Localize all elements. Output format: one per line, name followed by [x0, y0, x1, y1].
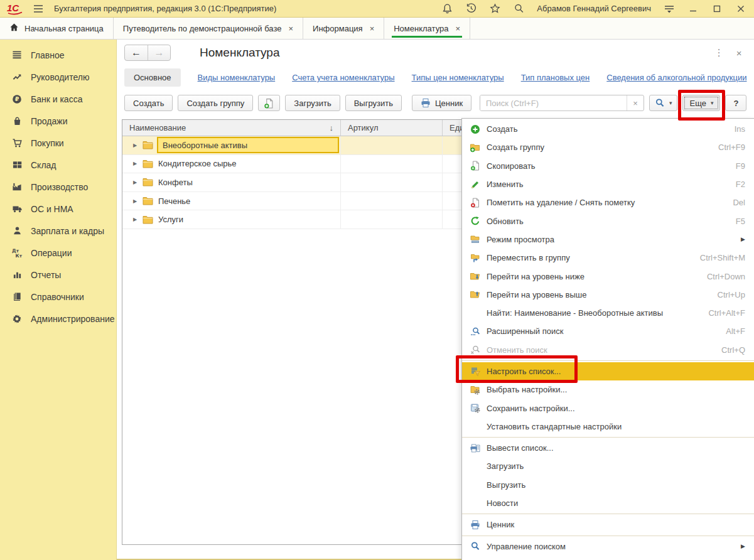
more-button[interactable]: Еще ▾: [682, 95, 720, 111]
menu-item-copy[interactable]: СкопироватьF9: [462, 157, 754, 175]
column-header-name[interactable]: Наименование ↓: [122, 120, 341, 136]
sidebar-item-main[interactable]: Главное: [0, 44, 116, 66]
close-tab-icon[interactable]: ×: [370, 24, 375, 33]
maximize-window-icon[interactable]: [710, 2, 724, 16]
menu-item-go-level-up[interactable]: Перейти на уровень вышеCtrl+Up: [462, 286, 754, 304]
service-menu-icon[interactable]: [662, 2, 676, 16]
sidebar-item-operations[interactable]: ДтКтОперации: [0, 242, 116, 264]
sidebar-item-reports[interactable]: Отчеты: [0, 264, 116, 286]
sidebar-item-label: Банк и касса: [31, 94, 82, 104]
sidebar-item-directories[interactable]: Справочники: [0, 286, 116, 308]
menu-item-label: Сохранить настройки...: [487, 404, 745, 413]
copy-button[interactable]: [258, 95, 280, 111]
column-header-article[interactable]: Артикул: [341, 120, 443, 136]
clear-search-icon[interactable]: ×: [627, 95, 644, 110]
form-options-icon[interactable]: ⋮: [714, 47, 724, 58]
create-button[interactable]: Создать: [124, 95, 173, 111]
sidebar-item-administration[interactable]: Администрирование: [0, 308, 116, 330]
menu-item-find[interactable]: Найти: Наименование - Внеоборотные актив…: [462, 304, 754, 322]
nav-tab-planned-price-type[interactable]: Тип плановых цен: [521, 73, 590, 82]
doc-plus-icon: [470, 161, 480, 171]
close-window-icon[interactable]: [734, 2, 748, 16]
global-search-icon[interactable]: [512, 2, 525, 16]
app-tab-home[interactable]: Начальная страница: [0, 18, 114, 39]
sidebar-item-bank-cash[interactable]: ₽Банк и касса: [0, 88, 116, 110]
sidebar-item-warehouse[interactable]: Склад: [0, 154, 116, 176]
sidebar-item-label: Продажи: [31, 116, 67, 126]
form-controls: ⋮ ×: [714, 47, 748, 58]
menu-item-create[interactable]: СоздатьIns: [462, 120, 754, 138]
close-tab-icon[interactable]: ×: [288, 24, 293, 33]
search-input[interactable]: [480, 95, 627, 110]
menu-item-create-group[interactable]: Создать группуCtrl+F9: [462, 138, 754, 156]
help-button[interactable]: ?: [725, 95, 746, 111]
back-button[interactable]: ←: [125, 45, 148, 60]
expand-row-icon[interactable]: ▶: [133, 161, 139, 166]
app-tab-nomenclature[interactable]: Номенклатура×: [384, 18, 470, 39]
menu-item-search-management[interactable]: Управление поиском▶: [462, 537, 754, 556]
menu-item-choose-settings[interactable]: Выбрать настройки...: [462, 380, 754, 399]
menu-item-configure-list[interactable]: Настроить список...: [462, 362, 754, 380]
trend-icon: [11, 72, 23, 83]
close-tab-icon[interactable]: ×: [455, 24, 460, 33]
copy-document-icon: [264, 98, 274, 109]
menu-item-save-settings[interactable]: Сохранить настройки...: [462, 399, 754, 417]
search-button[interactable]: ▾: [649, 95, 678, 111]
menu-item-edit[interactable]: ИзменитьF2: [462, 175, 754, 193]
expand-row-icon[interactable]: ▶: [133, 180, 139, 185]
list-toolbar: Создать Создать группу Загрузить Выгрузи…: [117, 89, 754, 117]
menu-item-view-mode[interactable]: Режим просмотра▶: [462, 230, 754, 249]
menu-item-label: Выгрузить: [487, 480, 745, 490]
nav-tab-alcohol-info[interactable]: Сведения об алкогольной продукции: [606, 73, 746, 82]
menu-item-label: Создать группу: [487, 143, 711, 152]
menu-item-load[interactable]: Загрузить: [462, 457, 754, 475]
history-icon[interactable]: [464, 2, 478, 16]
nav-tab-main[interactable]: Основное: [124, 68, 181, 87]
sidebar-item-production[interactable]: Производство: [0, 176, 116, 198]
menu-item-mark-deletion[interactable]: Пометить на удаление / Снять пометкуDel: [462, 193, 754, 212]
menu-separator: [462, 360, 754, 361]
menu-item-move-to-group[interactable]: Переместить в группуCtrl+Shift+M: [462, 249, 754, 267]
menu-item-news[interactable]: Новости: [462, 494, 754, 512]
close-form-icon[interactable]: ×: [736, 48, 742, 58]
nav-tab-item-price-types[interactable]: Типы цен номенклатуры: [412, 73, 504, 82]
create-group-button[interactable]: Создать группу: [178, 95, 253, 111]
menu-item-advanced-search[interactable]: Расширенный поискAlt+F: [462, 322, 754, 340]
menu-item-price-tag[interactable]: Ценник: [462, 515, 754, 534]
expand-row-icon[interactable]: ▶: [133, 143, 139, 148]
menu-item-label: Пометить на удаление / Снять пометку: [487, 198, 725, 207]
cart-icon: [11, 137, 23, 149]
expand-row-icon[interactable]: ▶: [133, 198, 139, 204]
sidebar-item-fixed-assets[interactable]: ОС и НМА: [0, 198, 116, 220]
cell-name: ▶Внеоборотные активы: [122, 136, 341, 154]
plus-circle-icon: [470, 124, 480, 134]
menu-item-label: Управление поиском: [487, 542, 741, 551]
menu-item-cancel-search[interactable]: Отменить поискCtrl+Q: [462, 341, 754, 359]
nav-tab-item-accounts[interactable]: Счета учета номенклатуры: [292, 73, 394, 82]
app-tab-information[interactable]: Информация×: [303, 18, 384, 39]
sidebar-item-sales[interactable]: Продажи: [0, 110, 116, 132]
menu-item-refresh[interactable]: ОбновитьF5: [462, 212, 754, 230]
app-tab-demo-guide[interactable]: Путеводитель по демонстрационной базе×: [114, 18, 303, 39]
more-menu: СоздатьInsСоздать группуCtrl+F9Скопирова…: [461, 118, 754, 560]
menu-item-unload[interactable]: Выгрузить: [462, 476, 754, 494]
notifications-icon[interactable]: [440, 2, 454, 16]
nav-tab-item-kinds[interactable]: Виды номенклатуры: [198, 73, 276, 82]
current-user[interactable]: Абрамов Геннадий Сергеевич: [537, 4, 651, 13]
menu-item-output-list[interactable]: Вывести список...: [462, 439, 754, 457]
sidebar-item-salary-hr[interactable]: Зарплата и кадры: [0, 220, 116, 242]
minimize-window-icon[interactable]: [686, 2, 700, 16]
forward-button[interactable]: →: [148, 45, 170, 60]
favorites-icon[interactable]: [488, 2, 502, 16]
sidebar-item-purchases[interactable]: Покупки: [0, 132, 116, 154]
price-tag-button[interactable]: Ценник: [412, 95, 471, 111]
load-button[interactable]: Загрузить: [285, 95, 340, 111]
menu-item-label: Ценник: [487, 520, 745, 529]
main-menu-icon[interactable]: [31, 2, 45, 16]
cell-name: ▶Кондитерское сырье: [122, 155, 341, 173]
unload-button[interactable]: Выгрузить: [345, 95, 402, 111]
menu-item-set-standard-settings[interactable]: Установить стандартные настройки: [462, 417, 754, 436]
menu-item-go-level-down[interactable]: Перейти на уровень нижеCtrl+Down: [462, 267, 754, 285]
sidebar-item-manager[interactable]: Руководителю: [0, 66, 116, 88]
expand-row-icon[interactable]: ▶: [133, 217, 139, 222]
